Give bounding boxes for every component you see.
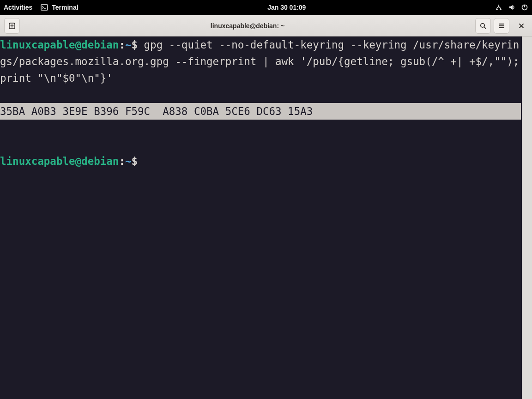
power-icon[interactable] (521, 4, 528, 11)
output-fingerprint: 35BA A0B3 3E9E B396 F59C A838 C0BA 5CE6 … (0, 103, 521, 120)
menu-button[interactable] (494, 18, 509, 34)
prompt-separator: : (119, 155, 125, 167)
terminal-icon (41, 4, 48, 11)
clock[interactable]: Jan 30 01:09 (267, 4, 306, 11)
blank-line (0, 86, 521, 103)
prompt-symbol: $ (131, 39, 138, 51)
window-title: linuxcapable@debian: ~ (21, 22, 474, 30)
blank-line (0, 120, 521, 136)
terminal-content[interactable]: linuxcapable@debian:~$ gpg --quiet --no-… (0, 36, 521, 399)
terminal-scrollbar[interactable] (522, 36, 532, 399)
terminal-window: linuxcapable@debian: ~ linuxcapable@debi… (0, 15, 532, 399)
prompt-user: linuxcapable@debian (0, 39, 119, 51)
volume-icon[interactable] (508, 4, 515, 11)
gnome-top-bar: Activities Terminal Jan 30 01:09 (0, 0, 532, 15)
current-app-indicator[interactable]: Terminal (41, 4, 78, 11)
prompt-path: ~ (125, 39, 132, 51)
cursor-area[interactable] (138, 155, 144, 167)
terminal-viewport[interactable]: linuxcapable@debian:~$ gpg --quiet --no-… (0, 36, 532, 399)
network-icon[interactable] (495, 4, 502, 11)
search-button[interactable] (475, 18, 491, 34)
svg-rect-0 (41, 5, 48, 10)
prompt-path: ~ (125, 155, 132, 167)
prompt-user: linuxcapable@debian (0, 155, 119, 167)
command-text (138, 39, 144, 51)
close-button[interactable] (514, 18, 529, 34)
svg-line-5 (484, 27, 486, 29)
activities-button[interactable]: Activities (4, 4, 32, 11)
new-tab-button[interactable] (4, 18, 20, 34)
current-app-label: Terminal (52, 4, 78, 11)
prompt-symbol: $ (131, 155, 138, 167)
window-titlebar: linuxcapable@debian: ~ (0, 15, 532, 36)
prompt-separator: : (119, 39, 125, 51)
